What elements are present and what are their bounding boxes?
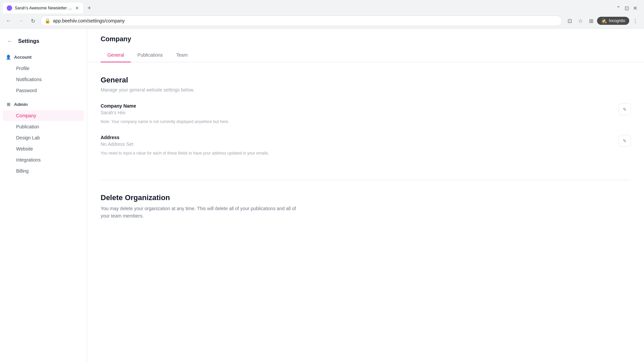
address-note: You need to input a value for each of th… (101, 151, 631, 156)
sidebar-title: Settings (18, 38, 39, 44)
sidebar-item-integrations[interactable]: Integrations (3, 155, 84, 165)
incognito-icon: 🕵 (601, 18, 607, 23)
new-tab-button[interactable]: + (85, 3, 94, 13)
back-nav-button[interactable]: ← (4, 16, 13, 25)
design-lab-label: Design Lab (16, 135, 40, 140)
notifications-label: Notifications (16, 77, 42, 82)
tab-publications[interactable]: Publications (131, 48, 170, 62)
page-title: Company (101, 35, 631, 43)
account-icon: 👤 (5, 54, 11, 60)
address-content: Address No Address Set (101, 135, 613, 148)
billing-label: Billing (16, 168, 29, 174)
url-text: app.beehiiv.com/settings/company (53, 18, 125, 23)
minimize-icon[interactable]: ⌃ (615, 4, 622, 13)
admin-section: ⊞ Admin Company Publication Design Lab W… (0, 99, 87, 176)
split-screen-icon[interactable]: ⊞ (586, 16, 596, 25)
incognito-label: Incognito (609, 18, 625, 23)
sidebar-item-profile[interactable]: Profile (3, 63, 84, 74)
company-name-row: Company Name Sarah's Hiiv ✎ (101, 103, 631, 117)
sidebar-back-button[interactable]: ← (5, 37, 15, 46)
admin-section-header: ⊞ Admin (0, 99, 87, 110)
profile-label: Profile (16, 66, 30, 71)
browser-tab-active[interactable]: Sarah's Awesome Newsletter - b ✕ (3, 3, 83, 13)
more-options-icon[interactable]: ⋮ (631, 16, 640, 25)
delete-section-description: You may delete your organization at any … (101, 205, 302, 220)
forward-nav-button[interactable]: → (16, 16, 25, 25)
tab-bar: Sarah's Awesome Newsletter - b ✕ + ⌃ ⊡ ✕ (0, 0, 644, 13)
address-label: Address (101, 135, 613, 140)
publication-label: Publication (16, 124, 39, 129)
bookmark-icon[interactable]: ☆ (576, 16, 585, 25)
edit-address-button[interactable]: ✎ (619, 135, 631, 147)
password-label: Password (16, 88, 37, 93)
sidebar-item-website[interactable]: Website (3, 143, 84, 154)
address-row: Address No Address Set ✎ (101, 135, 631, 148)
sidebar-header: ← Settings (0, 34, 87, 51)
company-name-field-group: Company Name Sarah's Hiiv ✎ Note: Your c… (101, 103, 631, 124)
content-area: General Manage your general website sett… (87, 62, 644, 233)
sidebar-item-company[interactable]: Company (3, 110, 84, 121)
website-label: Website (16, 146, 33, 152)
tab-bar-nav: General Publications Team (101, 48, 631, 62)
company-name-note: Note: Your company name is not currently… (101, 119, 631, 124)
account-section: 👤 Account Profile Notifications Password (0, 51, 87, 96)
company-name-content: Company Name Sarah's Hiiv (101, 103, 613, 117)
close-window-icon[interactable]: ✕ (632, 4, 639, 13)
account-section-header: 👤 Account (0, 51, 87, 63)
general-section-description: Manage your general website settings bel… (101, 87, 631, 93)
page-header: Company General Publications Team (87, 28, 644, 62)
edit-address-icon: ✎ (623, 138, 627, 143)
browser-toolbar: ← → ↻ 🔒 app.beehiiv.com/settings/company… (0, 13, 644, 28)
incognito-button[interactable]: 🕵 Incognito (597, 17, 629, 25)
sidebar-item-design-lab[interactable]: Design Lab (3, 132, 84, 143)
tab-title: Sarah's Awesome Newsletter - b (15, 6, 72, 10)
sidebar-item-password[interactable]: Password (3, 85, 84, 96)
general-section-title: General (101, 76, 631, 84)
sidebar-item-notifications[interactable]: Notifications (3, 74, 84, 85)
delete-section-title: Delete Organization (101, 193, 631, 202)
address-field-group: Address No Address Set ✎ You need to inp… (101, 135, 631, 156)
toolbar-actions: ⊡ ☆ ⊞ 🕵 Incognito ⋮ (565, 16, 640, 25)
tab-team[interactable]: Team (169, 48, 194, 62)
browser-chrome: Sarah's Awesome Newsletter - b ✕ + ⌃ ⊡ ✕… (0, 0, 644, 28)
address-value: No Address Set (101, 141, 613, 147)
account-section-label: Account (14, 55, 32, 60)
sidebar-item-billing[interactable]: Billing (3, 166, 84, 176)
admin-section-label: Admin (14, 102, 28, 107)
main-content: Company General Publications Team Genera… (87, 28, 644, 362)
delete-organization-section: Delete Organization You may delete your … (101, 180, 631, 233)
lock-icon: 🔒 (45, 18, 50, 23)
admin-icon: ⊞ (5, 101, 11, 107)
integrations-label: Integrations (16, 157, 41, 163)
address-bar[interactable]: 🔒 app.beehiiv.com/settings/company (40, 15, 562, 26)
company-name-value: Sarah's Hiiv (101, 110, 613, 115)
close-tab-icon[interactable]: ✕ (75, 5, 79, 11)
window-controls: ⌃ ⊡ ✕ (615, 4, 641, 13)
company-name-label: Company Name (101, 103, 613, 109)
edit-company-name-button[interactable]: ✎ (619, 103, 631, 115)
sidebar: ← Settings 👤 Account Profile Notificatio… (0, 28, 87, 362)
sidebar-item-publication[interactable]: Publication (3, 121, 84, 132)
general-section: General Manage your general website sett… (101, 62, 631, 180)
maximize-icon[interactable]: ⊡ (623, 4, 630, 13)
cast-icon[interactable]: ⊡ (565, 16, 574, 25)
app-layout: ← Settings 👤 Account Profile Notificatio… (0, 28, 644, 362)
refresh-button[interactable]: ↻ (28, 16, 38, 25)
tab-general[interactable]: General (101, 48, 131, 62)
edit-icon: ✎ (623, 107, 627, 112)
company-label: Company (16, 113, 36, 118)
tab-favicon (7, 5, 12, 11)
